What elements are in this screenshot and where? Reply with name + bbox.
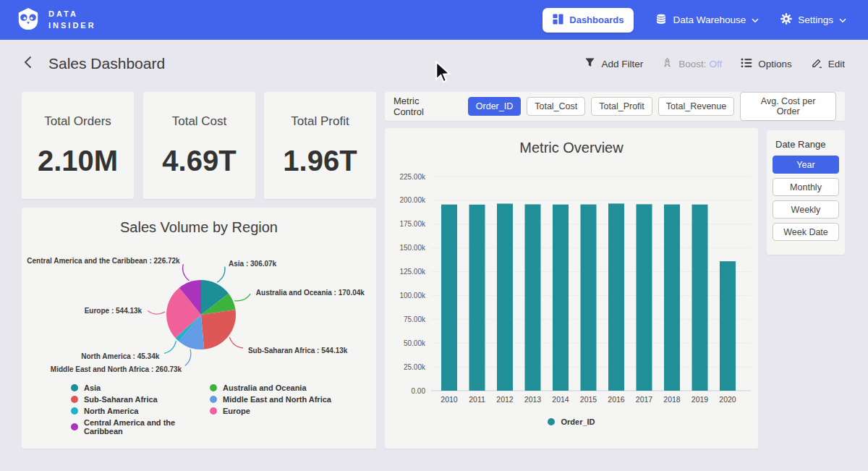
y-tick-label: 100.00k [399,292,426,300]
legend-item-central-america-and-the-caribbean[interactable]: Central America and the Caribbean [71,418,210,436]
pencil-icon [811,56,822,71]
pie-chart-title: Sales Volume by Region [22,208,376,236]
legend-item-asia[interactable]: Asia [71,383,210,392]
metric-button-total-profit[interactable]: Total_Profit [591,97,652,116]
pie-label-north-america: North America : 45.34k [81,352,159,360]
kpi-card-total-orders: Total Orders 2.10M [22,92,134,199]
x-tick-label: 2018 [663,395,681,404]
legend-dot [210,396,217,403]
x-tick-label: 2014 [552,395,569,404]
metric-control-bar: Metric Control Order_ID Total_Cost Total… [385,92,845,121]
bar-2015[interactable] [581,205,597,391]
legend-item-australia-and-oceania[interactable]: Australia and Oceania [210,383,331,392]
x-tick-label: 2011 [469,395,485,404]
metric-button-total-revenue[interactable]: Total_Revenue [658,97,734,116]
nav-dashboards-button[interactable]: Dashboards [542,8,634,33]
options-button[interactable]: Options [741,57,792,71]
date-range-label: Date Range [775,139,839,150]
legend-item-middle-east-and-north-africa[interactable]: Middle East and North Africa [210,395,331,404]
date-range-weekly[interactable]: Weekly [773,200,839,218]
legend-dot [71,384,78,391]
metric-button-avg-cost[interactable]: Avg. Cost per Order [740,92,836,121]
add-filter-button[interactable]: Add Filter [584,57,643,70]
x-tick-label: 2017 [636,395,653,404]
y-tick-label: 0.00 [412,387,426,395]
database-icon [655,13,667,27]
bar-2010[interactable] [441,205,457,391]
boost-toggle[interactable]: Boost: Off [662,57,722,71]
bar-2013[interactable] [525,204,541,391]
legend-label: Order_ID [561,417,595,426]
legend-dot [71,407,78,415]
nav-data-warehouse[interactable]: Data Warehouse [655,13,759,27]
top-navigation-bar: DATA INSIDER Dashboards Da [0,0,868,40]
rocket-icon [662,57,673,71]
metric-button-total-cost[interactable]: Total_Cost [527,97,585,116]
bar-2016[interactable] [608,203,624,391]
x-tick-label: 2013 [524,395,542,404]
bar-2014[interactable] [553,205,569,391]
pie-label-sub-saharan-africa: Sub-Saharan Africa : 544.13k [248,347,348,355]
page-title: Sales Dashboard [48,55,165,72]
bar-2018[interactable] [664,205,680,391]
edit-button[interactable]: Edit [811,56,845,71]
y-tick-label: 175.00k [399,220,426,228]
boost-state: Off [709,59,722,69]
x-tick-label: 2012 [496,395,514,404]
date-range-week-date[interactable]: Week Date [773,223,839,241]
edit-label: Edit [828,59,845,69]
kpi-value: 1.96T [283,145,357,177]
y-tick-label: 200.00k [399,196,426,204]
bar-2011[interactable] [469,205,485,391]
bar-chart: 0.0025.00k50.00k75.00k100.00k125.00k150.… [385,161,758,411]
pie-label-europe: Europe : 544.13k [85,307,142,315]
x-tick-label: 2020 [719,395,736,404]
bar-chart-title: Metric Overview [385,128,758,156]
legend-item-north-america[interactable]: North America [71,407,210,415]
legend-item-europe[interactable]: Europe [210,407,331,415]
pie-legend: AsiaAustralia and OceaniaSub-Saharan Afr… [71,383,331,436]
date-range-monthly[interactable]: Monthly [773,178,839,196]
legend-dot [548,418,555,425]
metric-button-order-id[interactable]: Order_ID [468,97,521,116]
owl-logo-icon [16,7,41,34]
pie-label-middle-east-and-north-africa: Middle East and North Africa : 260.73k [51,365,182,373]
x-tick-label: 2019 [692,395,709,404]
chevron-down-icon [839,14,846,25]
legend-label: Europe [223,407,250,415]
pie-chart-card: Sales Volume by Region Asia : 306.07kAus… [22,208,376,449]
legend-item-sub-saharan-africa[interactable]: Sub-Saharan Africa [71,395,210,404]
nav-settings-label: Settings [798,14,833,25]
pie-slice-sub-saharan-africa[interactable] [201,310,236,349]
brand-text-line2: INSIDER [48,20,96,32]
brand-logo[interactable]: DATA INSIDER [16,7,96,34]
nav-dashboards-label: Dashboards [569,14,624,25]
kpi-label: Total Profit [291,114,349,129]
bar-legend-item-order-id[interactable]: Order_ID [548,417,595,426]
kpi-value: 4.69T [162,145,236,177]
legend-label: Middle East and North Africa [223,395,331,404]
add-filter-label: Add Filter [601,59,643,69]
x-tick-label: 2010 [441,395,458,404]
filter-funnel-icon [584,57,595,70]
kpi-label: Total Cost [172,114,227,129]
legend-dot [71,396,78,403]
bar-2019[interactable] [692,205,708,391]
options-list-icon [741,57,752,71]
bar-legend: Order_ID [385,417,758,426]
bar-2012[interactable] [497,203,513,391]
bar-2020[interactable] [720,261,736,391]
gear-icon [780,13,792,27]
back-button[interactable] [23,55,33,72]
pie-label-australia-and-oceania: Australia and Oceania : 170.04k [256,289,365,297]
dashboards-grid-icon [553,14,563,27]
y-tick-label: 125.00k [399,268,426,276]
nav-settings[interactable]: Settings [780,13,846,27]
y-tick-label: 25.00k [404,363,426,371]
bar-2017[interactable] [637,204,652,391]
kpi-card-total-profit: Total Profit 1.96T [264,92,376,199]
date-range-year[interactable]: Year [773,156,839,174]
kpi-label: Total Orders [44,114,111,129]
date-range-panel: Date Range Year Monthly Weekly Week Date [767,130,845,255]
kpi-card-total-cost: Total Cost 4.69T [143,92,255,199]
